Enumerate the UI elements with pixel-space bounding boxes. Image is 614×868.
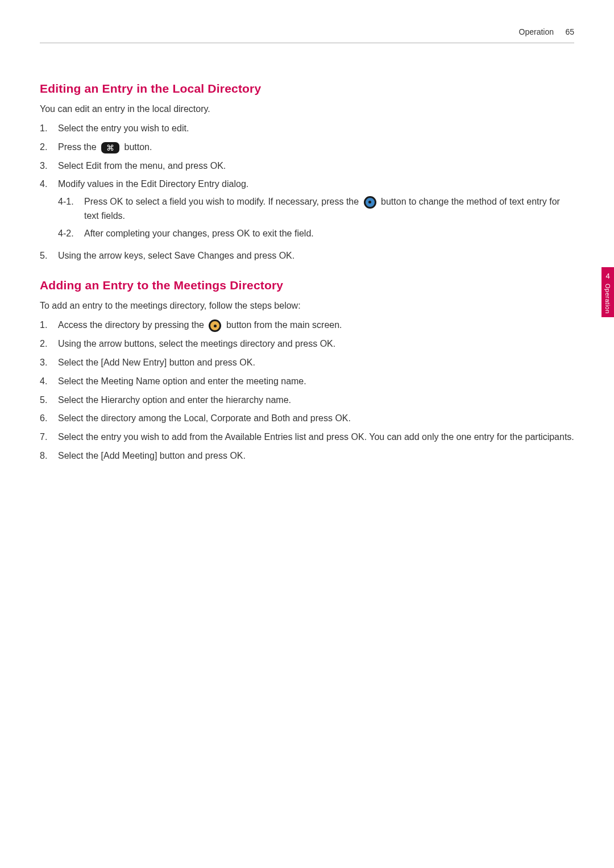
circle-button-orange-icon <box>209 319 221 332</box>
list-item: Select the entry you wish to add from th… <box>40 430 574 445</box>
step-text: Select the Hierarchy option and enter th… <box>58 393 574 408</box>
step-text: Using the arrow keys, select Save Change… <box>58 249 574 263</box>
step-text: Select the [Add New Entry] button and pr… <box>58 356 574 370</box>
list-item: Select the [Add New Entry] button and pr… <box>40 356 574 370</box>
substep-label: 4-2. <box>58 227 77 241</box>
intro-add-meetings-directory: To add an entry to the meetings director… <box>40 299 574 313</box>
side-tab-chapter-label: Operation <box>604 284 611 314</box>
list-item: Select the Meeting Name option and enter… <box>40 375 574 389</box>
step-text: Select the [Add Meeting] button and pres… <box>58 449 574 463</box>
text-fragment: Press the <box>58 142 99 152</box>
list-item: Select the [Add Meeting] button and pres… <box>40 449 574 463</box>
menu-button-icon: ⌘ <box>101 142 119 153</box>
menu-button-glyph: ⌘ <box>101 142 119 153</box>
list-item: Select the Hierarchy option and enter th… <box>40 393 574 408</box>
header-page-number: 65 <box>565 27 574 36</box>
list-item: Using the arrow keys, select Save Change… <box>40 249 574 263</box>
step-text: Select the directory among the Local, Co… <box>58 412 574 426</box>
step-body: Modify values in the Edit Directory Entr… <box>58 177 574 244</box>
step-text: Access the directory by pressing the but… <box>58 318 574 333</box>
side-tab-chapter-number: 4 <box>605 272 609 280</box>
list-item: Access the directory by pressing the but… <box>40 318 574 333</box>
steps-add-meetings-directory: Access the directory by pressing the but… <box>40 318 574 463</box>
list-item: Select the directory among the Local, Co… <box>40 412 574 426</box>
side-chapter-tab: 4 Operation <box>601 267 614 317</box>
heading-edit-local-directory: Editing an Entry in the Local Directory <box>40 82 574 95</box>
list-item: Using the arrow buttons, select the meet… <box>40 337 574 351</box>
text-fragment: button from the main screen. <box>226 320 342 330</box>
intro-edit-local-directory: You can edit an entry in the local direc… <box>40 102 574 116</box>
dot-icon <box>368 201 371 203</box>
step-text: Press the ⌘ button. <box>58 140 574 155</box>
directory-button-icon <box>209 319 221 332</box>
list-item: Select Edit from the menu, and press OK. <box>40 159 574 173</box>
list-item: 4-2. After completing your changes, pres… <box>58 227 574 241</box>
step-text: Select Edit from the menu, and press OK. <box>58 159 574 173</box>
step-text: Using the arrow buttons, select the meet… <box>58 337 574 351</box>
text-fragment: Access the directory by pressing the <box>58 320 206 330</box>
page: Operation 65 4 Operation Editing an Entr… <box>0 0 614 868</box>
list-item: Select the entry you wish to edit. <box>40 122 574 136</box>
text-entry-mode-button-icon <box>364 196 376 209</box>
substep-text: After completing your changes, press OK … <box>84 227 574 241</box>
heading-add-meetings-directory: Adding an Entry to the Meetings Director… <box>40 279 574 292</box>
section-add-meetings: Adding an Entry to the Meetings Director… <box>40 279 574 463</box>
page-header: Operation 65 <box>40 30 574 43</box>
list-item: Press the ⌘ button. <box>40 140 574 155</box>
step-text: Select the Meeting Name option and enter… <box>58 375 574 389</box>
list-item: 4-1. Press OK to select a field you wish… <box>58 195 574 223</box>
substep-text: Press OK to select a field you wish to m… <box>84 195 574 223</box>
substep-label: 4-1. <box>58 195 77 223</box>
text-fragment: Press OK to select a field you wish to m… <box>84 197 362 206</box>
circle-button-blue-icon <box>364 196 376 209</box>
step-text: Select the entry you wish to edit. <box>58 122 574 136</box>
step-text: Modify values in the Edit Directory Entr… <box>58 179 248 189</box>
substeps: 4-1. Press OK to select a field you wish… <box>58 195 574 240</box>
list-item: Modify values in the Edit Directory Entr… <box>40 177 574 244</box>
step-text: Select the entry you wish to add from th… <box>58 430 574 445</box>
page-content: Editing an Entry in the Local Directory … <box>40 74 574 468</box>
text-fragment: button. <box>124 142 152 152</box>
dot-icon <box>214 325 217 327</box>
header-section-label: Operation <box>519 27 554 36</box>
steps-edit-local-directory: Select the entry you wish to edit. Press… <box>40 122 574 263</box>
